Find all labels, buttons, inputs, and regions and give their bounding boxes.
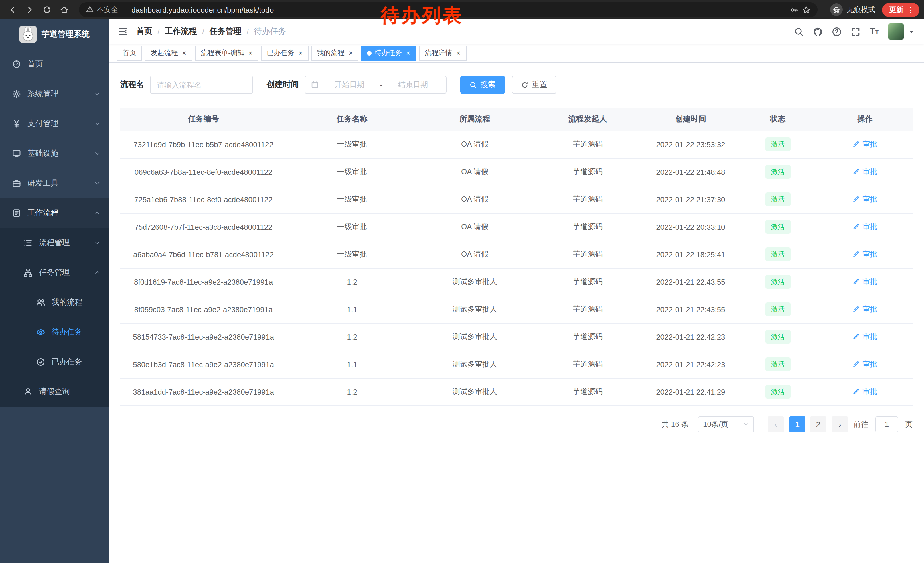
process-cell: OA 请假 bbox=[417, 186, 532, 213]
home-icon[interactable] bbox=[56, 2, 72, 18]
chevron-down-icon bbox=[742, 421, 749, 427]
approve-link[interactable]: 审批 bbox=[853, 222, 878, 232]
sidebar-item-payment[interactable]: 支付管理 bbox=[0, 109, 109, 139]
browser-menu-dots-icon[interactable]: ⋮ bbox=[907, 6, 916, 14]
sidebar-item-system[interactable]: 系统管理 bbox=[0, 79, 109, 109]
task-id-cell: 725a1eb6-7b88-11ec-8ef0-acde48001122 bbox=[120, 186, 286, 213]
prev-page-button[interactable]: ‹ bbox=[768, 416, 784, 432]
status-cell: 激活 bbox=[738, 323, 818, 350]
search-button[interactable]: 搜索 bbox=[460, 76, 505, 94]
approve-link[interactable]: 审批 bbox=[853, 304, 878, 314]
view-tab[interactable]: 流程详情× bbox=[419, 45, 466, 60]
process-name-input[interactable] bbox=[150, 76, 253, 94]
view-tab[interactable]: 流程表单-编辑× bbox=[195, 45, 258, 60]
view-tab-label: 已办任务 bbox=[267, 48, 294, 58]
process-cell: OA 请假 bbox=[417, 158, 532, 186]
sidebar-item-leave-query[interactable]: 请假查询 bbox=[0, 377, 109, 407]
navbar-actions: TT bbox=[794, 24, 915, 39]
breadcrumb-item[interactable]: 工作流程 bbox=[165, 26, 197, 37]
reset-button[interactable]: 重置 bbox=[512, 76, 556, 94]
omnibox-divider bbox=[124, 6, 125, 14]
dashboard-icon bbox=[12, 60, 22, 69]
update-button[interactable]: 更新 ⋮ bbox=[882, 3, 920, 17]
view-tab[interactable]: 首页 bbox=[117, 45, 142, 60]
process-cell: OA 请假 bbox=[417, 213, 532, 240]
close-icon[interactable]: × bbox=[298, 49, 303, 57]
sidebar-item-done-task[interactable]: 已办任务 bbox=[0, 347, 109, 377]
view-tab[interactable]: 已办任务× bbox=[261, 45, 308, 60]
task-table: 任务编号任务名称所属流程流程发起人创建时间状态操作 73211d9d-7b9b-… bbox=[120, 108, 912, 406]
task-name-cell: 一级审批 bbox=[286, 131, 417, 158]
table-row: a6aba0a4-7b6d-11ec-b781-acde48001122一级审批… bbox=[120, 240, 912, 268]
active-dot-icon bbox=[367, 51, 372, 55]
action-cell: 审批 bbox=[818, 350, 912, 378]
start-date-placeholder: 开始日期 bbox=[322, 80, 377, 90]
back-icon[interactable] bbox=[4, 2, 21, 18]
fullscreen-icon[interactable] bbox=[851, 27, 861, 36]
process-cell: 测试多审批人 bbox=[417, 378, 532, 405]
view-tab[interactable]: 待办任务× bbox=[362, 45, 416, 60]
process-cell: OA 请假 bbox=[417, 240, 532, 268]
approve-link[interactable]: 审批 bbox=[853, 277, 878, 287]
search-icon[interactable] bbox=[794, 27, 804, 36]
incognito-label: 无痕模式 bbox=[847, 5, 875, 15]
caret-down-icon[interactable] bbox=[909, 29, 915, 35]
sidebar-item-label: 流程管理 bbox=[39, 238, 70, 248]
password-key-icon[interactable] bbox=[790, 6, 799, 14]
breadcrumb-item-current: 待办任务 bbox=[254, 26, 286, 37]
eye-icon bbox=[36, 327, 46, 337]
close-icon[interactable]: × bbox=[182, 49, 186, 57]
font-size-icon[interactable]: TT bbox=[870, 27, 879, 36]
github-icon[interactable] bbox=[813, 27, 823, 36]
view-tab[interactable]: 我的流程× bbox=[311, 45, 358, 60]
view-tab[interactable]: 发起流程× bbox=[145, 45, 192, 60]
approve-link[interactable]: 审批 bbox=[853, 332, 878, 342]
not-secure-chip[interactable]: 不安全 bbox=[86, 5, 118, 15]
sidebar-item-process-manage[interactable]: 流程管理 bbox=[0, 228, 109, 258]
not-secure-label: 不安全 bbox=[97, 5, 118, 15]
action-cell: 审批 bbox=[818, 213, 912, 240]
table-row: 73211d9d-7b9b-11ec-b5b7-acde48001122一级审批… bbox=[120, 131, 912, 158]
close-icon[interactable]: × bbox=[456, 49, 460, 57]
sidebar-item-task-manage[interactable]: 任务管理 bbox=[0, 258, 109, 288]
status-cell: 激活 bbox=[738, 158, 818, 186]
page-size-select[interactable]: 10条/页 bbox=[698, 416, 754, 432]
user-avatar[interactable] bbox=[888, 24, 904, 39]
approve-link[interactable]: 审批 bbox=[853, 167, 878, 177]
view-tab-label: 我的流程 bbox=[317, 48, 345, 58]
next-page-button[interactable]: › bbox=[832, 416, 848, 432]
page-number-button[interactable]: 1 bbox=[789, 416, 806, 432]
app-logo-row[interactable]: 芋道管理系统 bbox=[0, 20, 109, 49]
close-icon[interactable]: × bbox=[406, 49, 411, 57]
page-number-button[interactable]: 2 bbox=[810, 416, 826, 432]
approve-link[interactable]: 审批 bbox=[853, 359, 878, 369]
bookmark-star-icon[interactable] bbox=[802, 6, 811, 14]
sidebar-item-my-process[interactable]: 我的流程 bbox=[0, 288, 109, 317]
menu-fold-icon[interactable] bbox=[118, 26, 128, 37]
breadcrumb-item[interactable]: 首页 bbox=[136, 26, 152, 37]
help-icon[interactable] bbox=[832, 27, 842, 36]
reload-icon[interactable] bbox=[39, 2, 55, 18]
breadcrumb-item[interactable]: 任务管理 bbox=[210, 26, 242, 37]
sidebar-item-devtools[interactable]: 研发工具 bbox=[0, 168, 109, 198]
forward-icon[interactable] bbox=[22, 2, 38, 18]
task-name-cell: 一级审批 bbox=[286, 240, 417, 268]
sidebar-item-infra[interactable]: 基础设施 bbox=[0, 139, 109, 168]
total-count: 共 16 条 bbox=[662, 419, 689, 429]
close-icon[interactable]: × bbox=[349, 49, 353, 57]
view-tab-label: 待办任务 bbox=[375, 48, 402, 58]
action-cell: 审批 bbox=[818, 296, 912, 323]
sidebar-item-todo-task[interactable]: 待办任务 bbox=[0, 317, 109, 347]
approve-link[interactable]: 审批 bbox=[853, 139, 878, 150]
sidebar-item-home[interactable]: 首页 bbox=[0, 49, 109, 79]
approve-link[interactable]: 审批 bbox=[853, 194, 878, 204]
action-cell: 审批 bbox=[818, 323, 912, 350]
task-id-cell: 381aa1dd-7ac8-11ec-a9e2-a2380e71991a bbox=[120, 378, 286, 405]
approve-link[interactable]: 审批 bbox=[853, 387, 878, 397]
sidebar-item-workflow[interactable]: 工作流程 bbox=[0, 198, 109, 228]
goto-page-input[interactable] bbox=[875, 416, 898, 432]
approve-link[interactable]: 审批 bbox=[853, 249, 878, 260]
close-icon[interactable]: × bbox=[248, 49, 252, 57]
date-range-picker[interactable]: 开始日期 - 结束日期 bbox=[304, 76, 447, 94]
starter-cell: 芋道源码 bbox=[532, 378, 643, 405]
